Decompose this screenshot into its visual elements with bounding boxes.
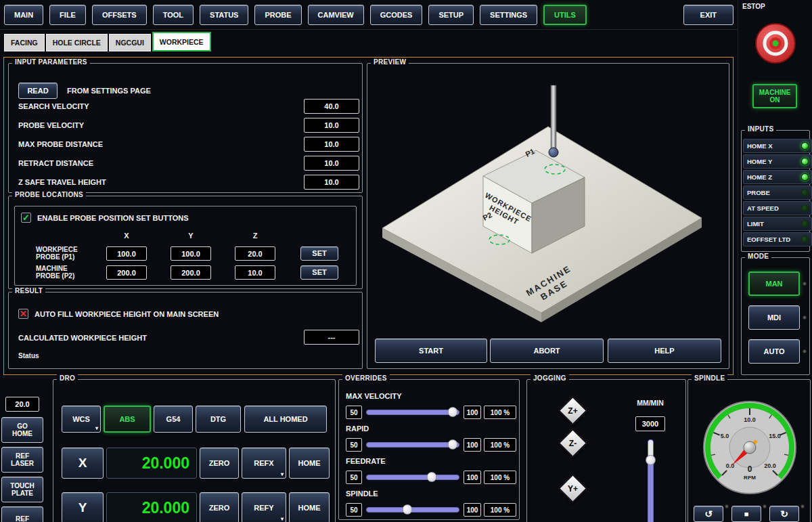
jogging-group: JOGGING Z+ Z- Y+ MM/MIN 3000 [526,379,686,522]
rapid-slider[interactable] [366,438,459,452]
spindle-rpm-value: 0 [748,464,752,474]
feedrate-max: 100 [464,471,481,484]
home-y-button[interactable]: HOME [289,492,330,522]
workpiece-probe-y-field[interactable]: 100.0 [171,246,211,261]
go-home-button[interactable]: GO HOME [1,417,43,443]
read-button[interactable]: READ [18,83,58,99]
max-velocity-min: 50 [346,406,362,419]
spindle-override-slider-track[interactable] [366,507,459,513]
menu-probe[interactable]: PROBE [254,5,301,25]
g54-button[interactable]: G54 [154,406,193,433]
abs-button[interactable]: ABS [104,406,151,433]
estop-button[interactable] [754,22,797,65]
mode-man-button[interactable]: MAN [748,271,800,296]
workpiece-probe-x-field[interactable]: 100.0 [106,246,147,261]
start-button[interactable]: START [375,339,487,363]
jog-z-plus-button[interactable]: Z+ [558,396,588,426]
jog-z-minus-button[interactable]: Z- [558,429,588,458]
mode-man-indicator [803,282,807,286]
jog-rate-slider[interactable] [648,439,654,522]
jog-y-plus-button[interactable]: Y+ [558,474,588,504]
menu-setup[interactable]: SETUP [428,5,474,25]
feedrate-min: 50 [346,471,362,484]
help-button[interactable]: HELP [608,339,721,363]
menu-status[interactable]: STATUS [200,5,248,25]
zero-y-button[interactable]: ZERO [200,492,239,522]
menu-main[interactable]: MAIN [4,5,43,25]
tab-workpiece[interactable]: WORKPIECE [152,32,211,51]
tab-hole-circle[interactable]: HOLE CIRCLE [46,34,108,51]
menu-file[interactable]: FILE [49,5,86,25]
max-velocity-slider[interactable] [366,406,459,419]
gauge-tick-5: 5.0 [721,433,729,439]
probe-rod [551,85,556,150]
feedrate-slider-track[interactable] [366,475,459,480]
machine-probe-set-button[interactable]: SET [300,265,338,280]
rapid-slider-track[interactable] [366,442,459,448]
menu-camview[interactable]: CAMVIEW [308,5,364,25]
feedrate-slider[interactable] [366,471,459,484]
mode-auto-button[interactable]: AUTO [748,339,800,364]
wcs-button[interactable]: WCS ▾ [62,406,101,433]
spindle-stop-button[interactable]: ■ [731,506,761,522]
axis-x-button[interactable]: X [62,448,104,479]
spindle-override-slider[interactable] [366,503,459,517]
menu-utils[interactable]: UTILS [543,5,587,25]
menu-gcodes[interactable]: GCODES [370,5,423,25]
overrides-title: OVERRIDES [342,374,390,382]
jog-rate-slider-handle[interactable] [646,455,656,465]
menu-tool[interactable]: TOOL [153,5,194,25]
z-safe-travel-field[interactable]: 10.0 [304,175,359,190]
spindle-forward-indicator [800,504,805,508]
ref-button[interactable]: REF [1,506,43,522]
home-y-led [801,158,809,165]
home-x-button[interactable]: HOME [289,448,330,479]
exit-button[interactable]: EXIT [683,5,734,25]
ref-laser-button[interactable]: REF LASER [1,447,43,473]
feedrate-label: FEEDRATE [346,457,385,465]
max-velocity-slider-track[interactable] [366,410,459,415]
jog-rate-field[interactable]: 3000 [635,416,665,431]
all-homed-button[interactable]: ALL HOMED [244,406,327,433]
tab-ngcgui[interactable]: NGCGUI [109,34,151,51]
workpiece-probe-set-button[interactable]: SET [300,246,338,261]
rapid-label: RAPID [346,425,369,433]
dtg-button[interactable]: DTG [196,406,241,433]
autofill-height-checkbox[interactable]: ✕ [18,309,28,319]
machine-probe-x-field[interactable]: 200.0 [106,265,147,280]
rapid-min: 50 [346,438,362,452]
ref-x-button[interactable]: REFX ▾ [242,448,286,479]
menu-offsets[interactable]: OFFSETS [92,5,147,25]
y-position-readout: 20.000 [106,492,197,522]
machine-probe-y-field[interactable]: 200.0 [171,265,211,280]
workpiece-probe-z-field[interactable]: 20.0 [235,246,275,261]
machine-probe-z-field[interactable]: 10.0 [235,265,275,280]
result-title: RESULT [12,287,45,295]
spindle-forward-button[interactable]: ↻ [769,506,799,522]
ref-x-label: REFX [254,459,273,468]
spindle-override-slider-handle[interactable] [402,504,412,515]
search-velocity-field[interactable]: 40.0 [304,99,359,114]
max-velocity-slider-handle[interactable] [448,407,458,417]
tab-facing[interactable]: FACING [4,34,45,51]
spindle-reverse-button[interactable]: ↺ [694,506,723,522]
zero-x-button[interactable]: ZERO [200,448,239,479]
axis-y-button[interactable]: Y [62,492,104,522]
menu-settings[interactable]: SETTINGS [480,5,537,25]
mode-mdi-button[interactable]: MDI [748,305,800,330]
machine-on-button[interactable]: MACHINE ON [752,84,797,108]
spindle-override-min: 50 [346,503,362,517]
abort-button[interactable]: ABORT [490,339,604,363]
feedrate-slider-handle[interactable] [426,472,436,482]
spindle-rpm-unit: RPM [744,475,756,481]
max-probe-distance-label: MAX PROBE DISTANCE [18,140,103,148]
touch-plate-button[interactable]: TOUCH PLATE [1,477,43,502]
enable-probe-buttons-checkbox[interactable]: ✓ [21,213,31,223]
wcs-label: WCS [72,415,90,424]
max-probe-distance-field[interactable]: 10.0 [304,137,359,152]
laser-offset-field[interactable]: 20.0 [5,397,39,412]
rapid-slider-handle[interactable] [448,439,458,450]
retract-distance-field[interactable]: 10.0 [304,156,359,171]
ref-y-button[interactable]: REFY ▾ [242,492,286,522]
probe-velocity-field[interactable]: 10.0 [304,118,359,133]
